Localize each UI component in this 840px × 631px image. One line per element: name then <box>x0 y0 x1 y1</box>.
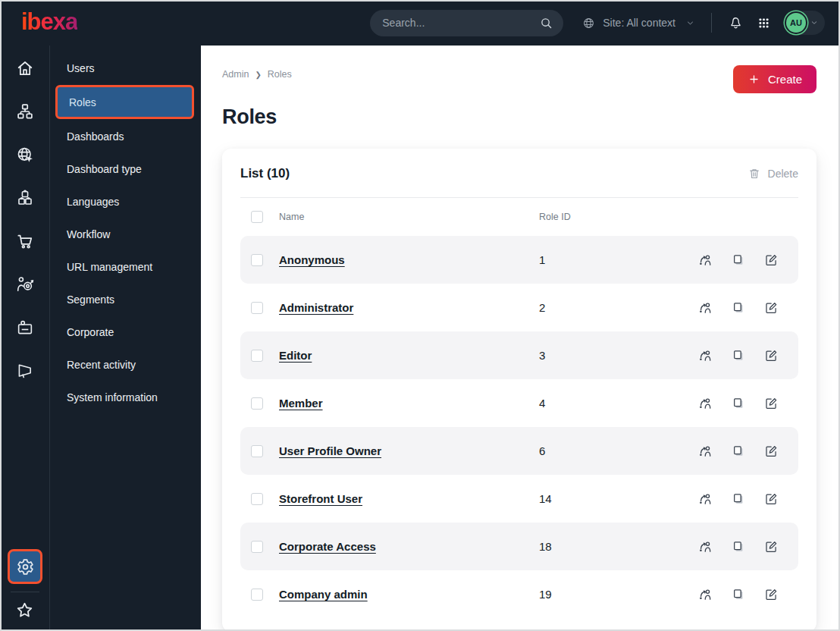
home-icon[interactable] <box>15 58 35 78</box>
create-button[interactable]: Create <box>733 65 816 93</box>
site-globe-icon[interactable] <box>15 145 35 165</box>
user-menu[interactable]: AU <box>784 11 825 35</box>
sidebar-item-recent-activity[interactable]: Recent activity <box>50 348 201 381</box>
role-name-link[interactable]: Storefront User <box>279 492 362 505</box>
breadcrumb-separator-icon: ❯ <box>255 71 261 79</box>
assign-users-icon[interactable] <box>697 300 713 316</box>
column-header-name: Name <box>279 212 523 222</box>
role-name-link[interactable]: Anonymous <box>279 253 345 266</box>
row-checkbox[interactable] <box>251 589 263 601</box>
copy-icon[interactable] <box>731 396 746 411</box>
trash-icon <box>748 167 761 181</box>
site-context-selector[interactable]: Site: All context <box>581 16 695 30</box>
assign-users-icon[interactable] <box>697 443 713 459</box>
topbar-divider <box>711 13 712 33</box>
breadcrumb-admin[interactable]: Admin <box>222 69 249 80</box>
breadcrumb: Admin ❯ Roles <box>222 65 292 80</box>
personalization-target-icon[interactable] <box>15 275 35 294</box>
assign-users-icon[interactable] <box>697 491 713 507</box>
row-checkbox[interactable] <box>251 445 263 457</box>
admin-gear-icon[interactable] <box>8 549 42 584</box>
site-context-label: Site: All context <box>603 17 675 29</box>
edit-icon[interactable] <box>763 587 779 602</box>
copy-icon[interactable] <box>731 539 746 554</box>
role-name-link[interactable]: Member <box>279 397 323 410</box>
edit-icon[interactable] <box>763 253 779 268</box>
sidebar-item-workflow[interactable]: Workflow <box>50 218 201 250</box>
assign-users-icon[interactable] <box>697 538 713 554</box>
assign-users-icon[interactable] <box>697 586 713 602</box>
ibexa-logo: ibexa <box>21 10 77 36</box>
bookmarks-star-icon[interactable] <box>14 600 35 620</box>
sidebar-item-roles[interactable]: Roles <box>55 85 194 119</box>
role-name-link[interactable]: Administrator <box>279 301 353 314</box>
role-name-link[interactable]: Company admin <box>279 588 368 601</box>
role-id-value: 1 <box>539 253 682 266</box>
list-count-title: List (10) <box>240 166 290 181</box>
edit-icon[interactable] <box>763 396 779 411</box>
role-name-link[interactable]: Corporate Access <box>279 540 376 553</box>
role-name-link[interactable]: Editor <box>279 349 312 362</box>
copy-icon[interactable] <box>731 587 746 602</box>
role-id-value: 3 <box>539 349 682 362</box>
row-checkbox[interactable] <box>251 254 263 266</box>
copy-icon[interactable] <box>731 300 746 316</box>
copy-icon[interactable] <box>731 253 746 268</box>
sidebar-item-corporate[interactable]: Corporate <box>50 316 201 348</box>
row-checkbox[interactable] <box>251 350 263 362</box>
sidebar-item-dashboard-type[interactable]: Dashboard type <box>50 152 201 185</box>
role-id-value: 4 <box>539 397 682 410</box>
chevron-down-icon <box>685 18 695 28</box>
assign-users-icon[interactable] <box>697 347 713 363</box>
roles-list-card: List (10) Delete Name Role ID Anonymous … <box>222 149 816 631</box>
sidebar-item-languages[interactable]: Languages <box>50 185 201 218</box>
role-id-value: 6 <box>539 444 682 457</box>
corporate-badge-icon[interactable] <box>15 318 35 337</box>
delete-button[interactable]: Delete <box>748 167 798 181</box>
plus-icon <box>748 73 760 86</box>
column-header-role-id: Role ID <box>539 212 772 222</box>
sidebar-item-dashboards[interactable]: Dashboards <box>50 120 201 152</box>
edit-icon[interactable] <box>763 300 779 316</box>
table-row: Storefront User 14 <box>240 475 798 523</box>
role-id-value: 18 <box>539 540 682 553</box>
role-name-link[interactable]: User Profile Owner <box>279 444 381 457</box>
select-all-checkbox[interactable] <box>251 211 263 223</box>
edit-icon[interactable] <box>763 491 779 507</box>
products-icon[interactable] <box>15 188 35 208</box>
global-search <box>370 10 563 36</box>
apps-grid-icon[interactable] <box>757 16 771 30</box>
search-icon[interactable] <box>539 16 553 30</box>
table-row: Corporate Access 18 <box>240 523 798 570</box>
admin-menu: Users Roles Dashboards Dashboard type La… <box>50 46 201 631</box>
copy-icon[interactable] <box>731 444 746 459</box>
sidebar-item-system-information[interactable]: System information <box>50 381 201 413</box>
table-row: Company admin 19 <box>240 570 798 618</box>
sidebar-item-users[interactable]: Users <box>50 52 201 84</box>
row-checkbox[interactable] <box>251 493 263 505</box>
copy-icon[interactable] <box>731 348 746 363</box>
globe-icon <box>581 16 596 30</box>
role-id-value: 19 <box>539 588 682 601</box>
content-tree-icon[interactable] <box>15 102 35 121</box>
table-row: Anonymous 1 <box>240 236 798 284</box>
icon-rail <box>0 46 50 631</box>
sidebar-item-segments[interactable]: Segments <box>50 283 201 316</box>
page-title: Roles <box>222 105 816 129</box>
assign-users-icon[interactable] <box>697 252 713 268</box>
row-checkbox[interactable] <box>251 397 263 410</box>
row-checkbox[interactable] <box>251 541 263 553</box>
commerce-cart-icon[interactable] <box>15 231 35 251</box>
sidebar-item-url-management[interactable]: URL management <box>50 250 201 283</box>
copy-icon[interactable] <box>731 491 746 507</box>
edit-icon[interactable] <box>763 348 779 363</box>
marketing-megaphone-icon[interactable] <box>15 361 35 381</box>
notifications-bell-icon[interactable] <box>728 15 744 31</box>
chevron-down-icon <box>810 18 819 27</box>
edit-icon[interactable] <box>763 539 779 554</box>
edit-icon[interactable] <box>763 444 779 459</box>
assign-users-icon[interactable] <box>697 395 713 411</box>
row-checkbox[interactable] <box>251 302 263 314</box>
search-input[interactable] <box>370 10 563 36</box>
table-body: Anonymous 1 Administrator 2 <box>240 236 798 618</box>
